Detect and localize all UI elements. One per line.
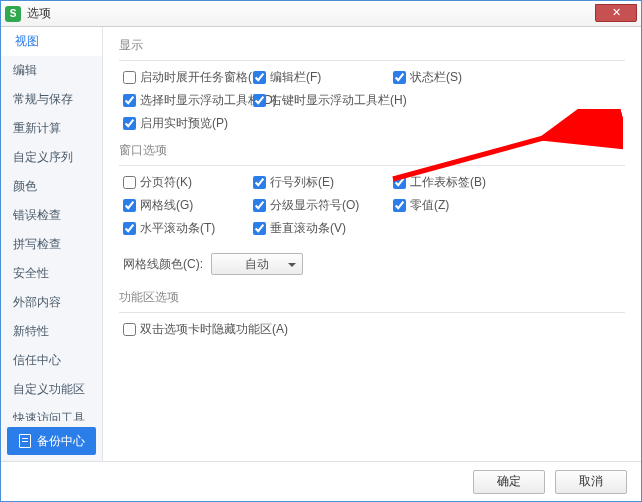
sidebar-item-5[interactable]: 颜色: [1, 172, 102, 201]
checkbox-status_bar[interactable]: [393, 71, 406, 84]
sidebar-item-2[interactable]: 常规与保存: [1, 85, 102, 114]
section-title-window: 窗口选项: [119, 142, 625, 159]
option-v_scroll[interactable]: 垂直滚动条(V): [253, 220, 393, 237]
option-label: 零值(Z): [410, 197, 449, 214]
sidebar-item-3[interactable]: 重新计算: [1, 114, 102, 143]
checkbox-row_col_header[interactable]: [253, 176, 266, 189]
sidebar-item-1[interactable]: 编辑: [1, 56, 102, 85]
divider: [119, 60, 625, 61]
content-pane: 显示 启动时展开任务窗格(U)编辑栏(F)状态栏(S)选择时显示浮动工具栏(D)…: [103, 27, 641, 461]
option-label: 分级显示符号(O): [270, 197, 359, 214]
app-icon: S: [5, 6, 21, 22]
sidebar-item-9[interactable]: 外部内容: [1, 288, 102, 317]
close-button[interactable]: ✕: [595, 4, 637, 22]
option-label: 状态栏(S): [410, 69, 462, 86]
sidebar-item-11[interactable]: 信任中心: [1, 346, 102, 375]
option-row_col_header[interactable]: 行号列标(E): [253, 174, 393, 191]
window-title: 选项: [27, 5, 51, 22]
option-status_bar[interactable]: 状态栏(S): [393, 69, 543, 86]
checkbox-realtime_preview[interactable]: [123, 117, 136, 130]
display-options-grid: 启动时展开任务窗格(U)编辑栏(F)状态栏(S)选择时显示浮动工具栏(D)右键时…: [123, 69, 625, 132]
gridline-color-label: 网格线颜色(C):: [123, 256, 203, 273]
backup-center-button[interactable]: 备份中心: [7, 427, 96, 455]
sidebar-item-7[interactable]: 拼写检查: [1, 230, 102, 259]
option-label: 工作表标签(B): [410, 174, 486, 191]
sidebar-item-6[interactable]: 错误检查: [1, 201, 102, 230]
option-page_break[interactable]: 分页符(K): [123, 174, 253, 191]
option-edit_bar[interactable]: 编辑栏(F): [253, 69, 393, 86]
option-label: 启用实时预览(P): [140, 115, 228, 132]
divider: [119, 165, 625, 166]
option-label: 右键时显示浮动工具栏(H): [270, 92, 407, 109]
checkbox-dblclick_hide_ribbon[interactable]: [123, 323, 136, 336]
option-startup_taskpane[interactable]: 启动时展开任务窗格(U): [123, 69, 253, 86]
gridline-color-value: 自动: [245, 256, 269, 273]
sidebar-item-10[interactable]: 新特性: [1, 317, 102, 346]
checkbox-v_scroll[interactable]: [253, 222, 266, 235]
option-sheet_tabs[interactable]: 工作表标签(B): [393, 174, 543, 191]
cancel-button[interactable]: 取消: [555, 470, 627, 494]
option-realtime_preview[interactable]: 启用实时预览(P): [123, 115, 253, 132]
sidebar: 视图编辑常规与保存重新计算自定义序列颜色错误检查拼写检查安全性外部内容新特性信任…: [1, 27, 103, 461]
checkbox-rclick_float_toolbar[interactable]: [253, 94, 266, 107]
option-dblclick_hide_ribbon[interactable]: 双击选项卡时隐藏功能区(A): [123, 321, 253, 338]
checkbox-edit_bar[interactable]: [253, 71, 266, 84]
sidebar-item-8[interactable]: 安全性: [1, 259, 102, 288]
option-sel_float_toolbar[interactable]: 选择时显示浮动工具栏(D): [123, 92, 253, 109]
sidebar-item-0[interactable]: 视图: [1, 27, 102, 56]
option-label: 编辑栏(F): [270, 69, 321, 86]
option-label: 启动时展开任务窗格(U): [140, 69, 265, 86]
titlebar: S 选项 ✕: [1, 1, 641, 27]
option-h_scroll[interactable]: 水平滚动条(T): [123, 220, 253, 237]
checkbox-sel_float_toolbar[interactable]: [123, 94, 136, 107]
checkbox-outline_symbols[interactable]: [253, 199, 266, 212]
divider: [119, 312, 625, 313]
gridline-color-combo[interactable]: 自动: [211, 253, 303, 275]
close-icon: ✕: [612, 7, 621, 18]
sidebar-item-4[interactable]: 自定义序列: [1, 143, 102, 172]
dialog-footer: 确定 取消: [1, 461, 641, 501]
option-label: 行号列标(E): [270, 174, 334, 191]
checkbox-gridlines[interactable]: [123, 199, 136, 212]
option-label: 垂直滚动条(V): [270, 220, 346, 237]
section-title-ribbon: 功能区选项: [119, 289, 625, 306]
checkbox-sheet_tabs[interactable]: [393, 176, 406, 189]
checkbox-startup_taskpane[interactable]: [123, 71, 136, 84]
document-icon: [19, 434, 31, 448]
window-options-grid: 分页符(K)行号列标(E)工作表标签(B)网格线(G)分级显示符号(O)零值(Z…: [123, 174, 625, 237]
checkbox-page_break[interactable]: [123, 176, 136, 189]
ribbon-options-grid: 双击选项卡时隐藏功能区(A): [123, 321, 625, 338]
checkbox-h_scroll[interactable]: [123, 222, 136, 235]
option-label: 水平滚动条(T): [140, 220, 215, 237]
section-title-display: 显示: [119, 37, 625, 54]
options-dialog: S 选项 ✕ 视图编辑常规与保存重新计算自定义序列颜色错误检查拼写检查安全性外部…: [0, 0, 642, 502]
option-rclick_float_toolbar[interactable]: 右键时显示浮动工具栏(H): [253, 92, 393, 109]
sidebar-item-12[interactable]: 自定义功能区: [1, 375, 102, 404]
ok-button[interactable]: 确定: [473, 470, 545, 494]
option-outline_symbols[interactable]: 分级显示符号(O): [253, 197, 393, 214]
option-label: 双击选项卡时隐藏功能区(A): [140, 321, 288, 338]
option-label: 分页符(K): [140, 174, 192, 191]
checkbox-zero_values[interactable]: [393, 199, 406, 212]
backup-center-label: 备份中心: [37, 433, 85, 450]
option-gridlines[interactable]: 网格线(G): [123, 197, 253, 214]
sidebar-item-13[interactable]: 快速访问工具栏: [1, 404, 102, 421]
option-zero_values[interactable]: 零值(Z): [393, 197, 543, 214]
option-label: 网格线(G): [140, 197, 193, 214]
